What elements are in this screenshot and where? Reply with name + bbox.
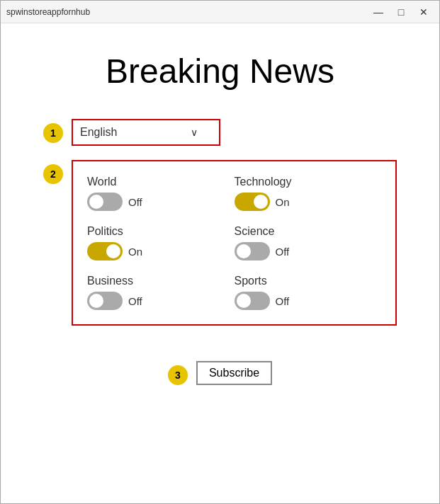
category-sports-label: Sports [235,275,382,287]
toggle-sports[interactable] [235,292,270,310]
language-selected-value: English [80,126,117,139]
maximize-button[interactable]: □ [391,5,411,19]
category-science: Science Off [235,225,382,260]
chevron-down-icon: ∨ [191,127,198,138]
page-title: Breaking News [106,52,334,91]
category-politics-label: Politics [87,225,235,238]
category-technology-label: Technology [235,176,382,188]
category-politics: Politics On [87,225,235,260]
categories-box: World Off Technology On [72,160,397,326]
language-badge: 1 [43,123,63,143]
title-bar: spwinstoreappfornhub — □ ✕ [1,1,439,23]
main-content: Breaking News 1 English ∨ 2 World [1,23,439,503]
subscribe-section: 3 Subscribe [168,361,272,385]
category-world-label: World [87,176,235,188]
toggle-business[interactable] [87,292,123,310]
toggle-science[interactable] [235,242,270,260]
toggle-row-world: Off [87,193,235,211]
categories-section: 2 World Off Technology [43,160,397,326]
toggle-politics-state: On [128,246,142,258]
toggle-politics[interactable] [87,242,123,260]
minimize-button[interactable]: — [368,5,388,19]
category-business: Business Off [87,275,235,310]
window-title: spwinstoreappfornhub [6,7,90,17]
subscribe-badge: 3 [168,365,188,385]
categories-grid: World Off Technology On [87,176,381,310]
category-technology: Technology On [235,176,382,211]
category-business-label: Business [87,275,235,287]
toggle-sports-state: Off [276,295,290,307]
categories-badge: 2 [43,164,63,184]
window-controls: — □ ✕ [368,5,434,19]
language-section: 1 English ∨ [43,119,397,146]
category-world: World Off [87,176,235,211]
toggle-business-state: Off [128,295,142,307]
toggle-world[interactable] [87,193,123,211]
close-button[interactable]: ✕ [414,5,434,19]
app-window: spwinstoreappfornhub — □ ✕ Breaking News… [0,0,440,504]
toggle-row-politics: On [87,242,235,260]
toggle-science-state: Off [276,246,290,258]
subscribe-button[interactable]: Subscribe [196,361,272,385]
toggle-row-science: Off [235,242,382,260]
toggle-row-business: Off [87,292,235,310]
toggle-world-state: Off [128,196,142,208]
category-science-label: Science [235,225,382,238]
toggle-technology-state: On [276,196,290,208]
toggle-technology[interactable] [235,193,270,211]
category-sports: Sports Off [235,275,382,310]
language-select-container: English ∨ [72,119,220,146]
language-select[interactable]: English ∨ [72,119,220,146]
toggle-row-sports: Off [235,292,382,310]
toggle-row-technology: On [235,193,382,211]
